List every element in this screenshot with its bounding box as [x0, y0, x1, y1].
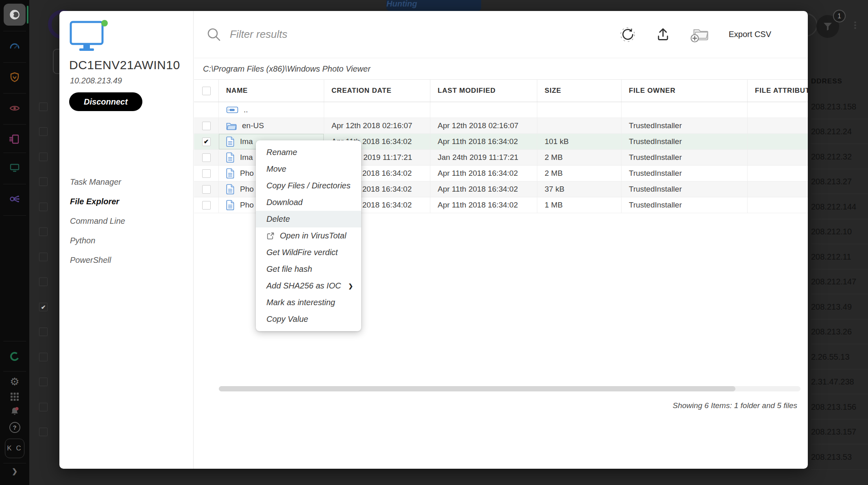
nav-item-powershell[interactable]: PowerShell	[70, 250, 125, 270]
background-ip: 208.213.26	[811, 319, 868, 344]
managed-by-banner: Managed by Threat Hunting	[386, 0, 481, 11]
file-icon	[226, 200, 235, 210]
background-row-checkbox	[39, 203, 48, 211]
file-icon	[226, 136, 235, 147]
help-button[interactable]: ?	[0, 419, 29, 435]
auto-refresh-button[interactable]	[619, 26, 636, 43]
sidebar-item-copilot[interactable]	[0, 342, 29, 371]
nav-item-python[interactable]: Python	[70, 231, 125, 250]
filter-bar: Export CSV	[194, 11, 808, 58]
nav-item-command-line[interactable]: Command Line	[70, 211, 125, 231]
background-ip: 208.212.10	[811, 219, 868, 244]
table-row[interactable]: en-US Apr 12th 2018 02:16:07 Apr 12th 20…	[194, 118, 808, 134]
export-csv-label: Export CSV	[729, 30, 771, 39]
background-row-checkbox	[39, 353, 48, 361]
apps-grid-icon	[10, 392, 19, 401]
bell-icon	[10, 406, 20, 416]
upload-button[interactable]	[655, 26, 671, 43]
sidebar-item-endpoint-security[interactable]	[0, 63, 29, 92]
ip-address-column-header: DDRESS	[811, 77, 842, 85]
row-checkbox[interactable]	[202, 153, 211, 162]
col-header-creation-date: CREATION DATE	[324, 80, 430, 102]
menu-item-download[interactable]: Download	[256, 194, 361, 211]
background-row-checkbox	[39, 403, 48, 411]
nav-item-file-explorer[interactable]: File Explorer	[70, 192, 125, 211]
cortex-logo-icon	[8, 8, 21, 21]
sidebar-item-home[interactable]	[4, 4, 26, 26]
file-name: ..	[244, 105, 248, 114]
background-ip: 208.213.156	[811, 395, 868, 419]
sidebar-item-live-terminal[interactable]	[0, 153, 29, 182]
file-name: Ima	[240, 153, 253, 162]
col-header-name: NAME	[219, 80, 324, 102]
notification-count-badge: 1	[833, 10, 846, 22]
file-icon	[226, 152, 235, 163]
sidebar-item-share-graph[interactable]	[0, 184, 29, 214]
auto-refresh-icon	[619, 26, 636, 43]
status-text: Showing 6 Items: 1 folder and 5 files	[194, 397, 808, 415]
menu-item-mark-as-interesting[interactable]: Mark as interesting	[256, 294, 361, 311]
sidebar-item-investigation[interactable]	[0, 94, 29, 123]
app-sidebar: ⚙ ? K C ❯	[0, 0, 29, 485]
background-row-checkbox-checked: ✔	[39, 303, 48, 311]
search-icon	[206, 27, 222, 42]
nav-item-task-manager[interactable]: Task Manager	[70, 172, 125, 192]
notifications-button[interactable]	[0, 404, 29, 419]
menu-item-delete[interactable]: Delete	[256, 211, 361, 227]
funnel-icon	[822, 21, 833, 32]
sidebar-item-reports[interactable]	[0, 125, 29, 154]
sidebar-expand-button[interactable]: ❯	[0, 467, 29, 476]
table-header-row: NAME CREATION DATE LAST MODIFIED SIZE FI…	[194, 79, 808, 102]
sidebar-item-dashboards[interactable]	[0, 31, 29, 61]
terminal-monitor-icon	[9, 162, 20, 173]
menu-item-get-file-hash[interactable]: Get file hash	[256, 261, 361, 277]
upload-icon	[655, 26, 671, 43]
row-checkbox-checked[interactable]: ✔	[202, 138, 211, 146]
folder-icon	[226, 122, 237, 130]
background-row-checkbox	[39, 253, 48, 261]
breadcrumb-path: C:\Program Files (x86)\Windows Photo Vie…	[194, 58, 808, 79]
col-header-size: SIZE	[537, 80, 622, 102]
menu-item-rename[interactable]: Rename	[256, 144, 361, 161]
menu-item-move[interactable]: Move	[256, 161, 361, 177]
share-graph-icon	[9, 193, 20, 205]
disconnect-button[interactable]: Disconnect	[69, 92, 142, 111]
background-ip: 208.212.24	[811, 119, 868, 144]
toolbar: Export CSV	[619, 26, 790, 43]
apps-button[interactable]	[0, 389, 29, 404]
new-folder-button[interactable]	[690, 26, 710, 43]
background-row-checkbox	[39, 103, 48, 111]
file-name: Ima	[240, 137, 253, 146]
user-avatar[interactable]: K C	[5, 439, 24, 458]
row-checkbox[interactable]	[202, 201, 211, 210]
scrollbar-thumb[interactable]	[219, 386, 735, 391]
background-ip: 208.213.27	[811, 169, 868, 194]
filter-input[interactable]	[230, 28, 458, 41]
file-icon	[226, 184, 235, 194]
background-ip: 208.212.144	[811, 194, 868, 219]
eye-icon	[9, 103, 20, 114]
row-checkbox[interactable]	[202, 169, 211, 178]
submenu-chevron-icon: ❯	[348, 283, 353, 289]
export-csv-button[interactable]: Export CSV	[729, 30, 771, 39]
background-row-checkbox	[39, 127, 48, 136]
menu-item-copy-files[interactable]: Copy Files / Directories	[256, 177, 361, 194]
row-checkbox[interactable]	[202, 122, 211, 130]
green-ring-icon	[9, 351, 20, 362]
background-row-checkbox	[39, 153, 48, 161]
row-checkbox[interactable]	[202, 185, 211, 194]
online-status-dot	[101, 20, 108, 26]
menu-item-get-wildfire-verdict[interactable]: Get WildFire verdict	[256, 244, 361, 261]
background-kebab-icon	[854, 20, 856, 30]
table-row[interactable]: ..	[194, 102, 808, 118]
horizontal-scrollbar[interactable]	[219, 386, 800, 391]
parent-directory-icon	[226, 106, 238, 114]
menu-item-copy-value[interactable]: Copy Value	[256, 311, 361, 328]
menu-item-open-in-virustotal[interactable]: Open in VirusTotal	[256, 227, 361, 244]
file-name: Pho	[240, 169, 254, 178]
settings-button[interactable]: ⚙	[0, 374, 29, 390]
report-doc-icon	[9, 133, 20, 145]
select-all-checkbox[interactable]	[202, 87, 211, 95]
menu-item-add-sha256-as-ioc[interactable]: Add SHA256 as IOC ❯	[256, 277, 361, 294]
terminal-nav: Task Manager File Explorer Command Line …	[70, 172, 125, 270]
